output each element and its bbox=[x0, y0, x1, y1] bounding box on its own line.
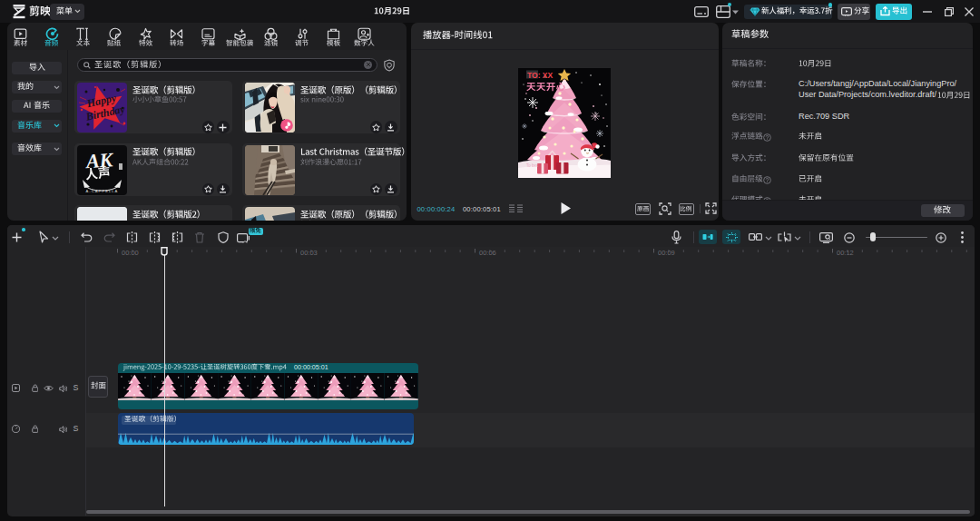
svg-text:A-CAPPELLA: A-CAPPELLA bbox=[86, 189, 119, 193]
svg-text:TO: XX: TO: XX bbox=[527, 71, 554, 80]
svg-text:To bxx: To bxx bbox=[526, 163, 539, 168]
